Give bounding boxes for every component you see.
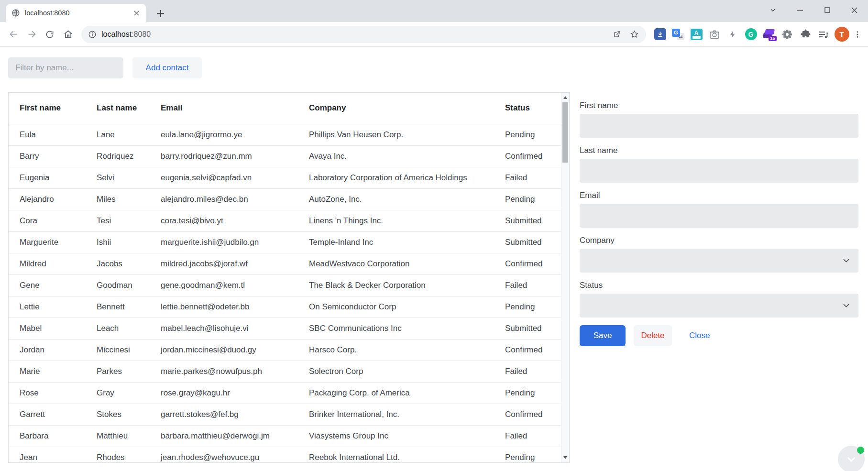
cell-first-name: Cora bbox=[9, 210, 86, 231]
tab-strip: localhost:8080 bbox=[0, 0, 868, 22]
cell-email: gene.goodman@kem.tl bbox=[150, 274, 298, 296]
table-row[interactable]: GarrettStokesgarrett.stokes@fef.bgBrinke… bbox=[9, 404, 561, 425]
cell-status: Pending bbox=[494, 188, 561, 210]
first-name-label: First name bbox=[580, 100, 858, 111]
cell-last-name: Stokes bbox=[86, 404, 150, 425]
save-button[interactable]: Save bbox=[580, 325, 626, 346]
table-row[interactable]: MargueriteIshiimarguerite.ishii@judbilo.… bbox=[9, 231, 561, 253]
cell-first-name: Mabel bbox=[9, 318, 86, 339]
add-contact-button[interactable]: Add contact bbox=[132, 57, 202, 78]
cell-company: Phillips Van Heusen Corp. bbox=[298, 124, 494, 145]
tab-close-icon[interactable] bbox=[131, 8, 142, 18]
avatar-letter: T bbox=[835, 27, 849, 42]
gear-extension-icon[interactable] bbox=[778, 26, 796, 43]
media-queue-icon[interactable] bbox=[814, 26, 833, 43]
assistant-widget[interactable] bbox=[838, 446, 865, 471]
close-button[interactable]: Close bbox=[684, 325, 714, 346]
table-row[interactable]: MarieParkesmarie.parkes@nowufpus.phSolec… bbox=[9, 361, 561, 382]
table-row[interactable]: RoseGrayrose.gray@kagu.hrPackaging Corp.… bbox=[9, 382, 561, 404]
extensions-puzzle-icon[interactable] bbox=[796, 26, 814, 43]
cell-company: Temple-Inland Inc bbox=[298, 231, 494, 253]
back-icon[interactable] bbox=[5, 26, 22, 43]
bookmark-star-icon[interactable] bbox=[629, 29, 639, 40]
column-header-company: Company bbox=[298, 93, 494, 124]
table-scrollbar[interactable] bbox=[561, 93, 569, 462]
email-field[interactable] bbox=[580, 204, 858, 228]
minimize-icon[interactable] bbox=[786, 0, 813, 20]
cell-last-name: Parkes bbox=[86, 361, 150, 382]
table-row[interactable]: BarbaraMatthieubarbara.matthieu@derwogi.… bbox=[9, 425, 561, 447]
filter-input[interactable] bbox=[8, 57, 123, 78]
table-row[interactable]: MabelLeachmabel.leach@lisohuje.viSBC Com… bbox=[9, 318, 561, 339]
table-row[interactable]: CoraTesicora.tesi@bivo.ytLinens 'n Thing… bbox=[9, 210, 561, 231]
tab-title: localhost:8080 bbox=[25, 9, 131, 17]
status-select[interactable] bbox=[580, 294, 858, 318]
company-label: Company bbox=[580, 235, 858, 246]
cell-email: alejandro.miles@dec.bn bbox=[150, 188, 298, 210]
courses-extension-icon[interactable]: 15 bbox=[760, 26, 778, 43]
camera-extension-icon[interactable] bbox=[705, 26, 724, 43]
url-text[interactable]: localhost:8080 bbox=[101, 30, 151, 39]
cell-last-name: Leach bbox=[86, 318, 150, 339]
cell-status: Submitted bbox=[494, 318, 561, 339]
cell-status: Confirmed bbox=[494, 339, 561, 361]
new-tab-button[interactable] bbox=[154, 7, 166, 20]
delete-button[interactable]: Delete bbox=[634, 325, 672, 346]
scroll-up-icon[interactable] bbox=[563, 96, 567, 99]
cell-first-name: Eula bbox=[9, 124, 86, 145]
cell-first-name: Jordan bbox=[9, 339, 86, 361]
tab-search-icon[interactable] bbox=[759, 0, 786, 20]
cell-email: marguerite.ishii@judbilo.gn bbox=[150, 231, 298, 253]
reload-icon[interactable] bbox=[41, 26, 58, 43]
first-name-field[interactable] bbox=[580, 114, 858, 138]
home-icon[interactable] bbox=[59, 26, 77, 43]
profile-avatar[interactable]: T bbox=[833, 26, 851, 43]
browser-tab[interactable]: localhost:8080 bbox=[6, 4, 146, 22]
table-row[interactable]: AlejandroMilesalejandro.miles@dec.bnAuto… bbox=[9, 188, 561, 210]
cell-last-name: Rodriquez bbox=[86, 145, 150, 167]
maximize-icon[interactable] bbox=[813, 0, 841, 20]
chevron-down-icon bbox=[842, 301, 851, 310]
cell-first-name: Garrett bbox=[9, 404, 86, 425]
download-extension-icon[interactable] bbox=[651, 26, 669, 43]
cell-email: barry.rodriquez@zun.mm bbox=[150, 145, 298, 167]
cell-company: SBC Communications Inc bbox=[298, 318, 494, 339]
keyboard-extension-icon[interactable]: A bbox=[687, 26, 705, 43]
lightning-extension-icon[interactable] bbox=[724, 26, 742, 43]
extension-badge: 15 bbox=[769, 36, 776, 41]
company-select[interactable] bbox=[580, 249, 858, 273]
status-label: Status bbox=[580, 280, 858, 291]
table-row[interactable]: MildredJacobsmildred.jacobs@joraf.wfMead… bbox=[9, 253, 561, 274]
cell-company: The Black & Decker Corporation bbox=[298, 274, 494, 296]
cell-status: Confirmed bbox=[494, 404, 561, 425]
scroll-down-icon[interactable] bbox=[563, 456, 567, 459]
table-row[interactable]: JeanRhodesjean.rhodes@wehovuce.guReebok … bbox=[9, 447, 561, 463]
cell-status: Confirmed bbox=[494, 253, 561, 274]
cell-last-name: Lane bbox=[86, 124, 150, 145]
cell-company: AutoZone, Inc. bbox=[298, 188, 494, 210]
window-controls bbox=[759, 0, 868, 20]
table-row[interactable]: EugeniaSelvieugenia.selvi@capfad.vnLabor… bbox=[9, 167, 561, 188]
last-name-field[interactable] bbox=[580, 159, 858, 183]
table-row[interactable]: EulaLaneeula.lane@jigrormo.yePhillips Va… bbox=[9, 124, 561, 145]
grammarly-extension-icon[interactable]: G bbox=[742, 26, 760, 43]
cell-last-name: Miles bbox=[86, 188, 150, 210]
table-row[interactable]: LettieBennettlettie.bennett@odeter.bbOn … bbox=[9, 296, 561, 318]
cell-last-name: Selvi bbox=[86, 167, 150, 188]
table-row[interactable]: BarryRodriquezbarry.rodriquez@zun.mmAvay… bbox=[9, 145, 561, 167]
address-bar[interactable]: localhost:8080 bbox=[81, 26, 646, 43]
close-window-icon[interactable] bbox=[841, 0, 868, 20]
contacts-table-grid: First nameLast nameEmailCompanyStatus Eu… bbox=[9, 93, 561, 463]
column-header-first-name: First name bbox=[9, 93, 86, 124]
translate-extension-icon[interactable]: ⇄G bbox=[669, 26, 687, 43]
table-row[interactable]: GeneGoodmangene.goodman@kem.tlThe Black … bbox=[9, 274, 561, 296]
scrollbar-thumb[interactable] bbox=[562, 102, 568, 163]
browser-menu-icon[interactable] bbox=[851, 26, 864, 43]
forward-icon[interactable] bbox=[23, 26, 40, 43]
share-icon[interactable] bbox=[612, 29, 622, 40]
table-row[interactable]: JordanMiccinesijordan.miccinesi@duod.gyH… bbox=[9, 339, 561, 361]
browser-window: localhost:8080 bbox=[0, 0, 868, 47]
cell-status: Confirmed bbox=[494, 145, 561, 167]
site-info-icon[interactable] bbox=[88, 30, 97, 39]
cell-last-name: Miccinesi bbox=[86, 339, 150, 361]
